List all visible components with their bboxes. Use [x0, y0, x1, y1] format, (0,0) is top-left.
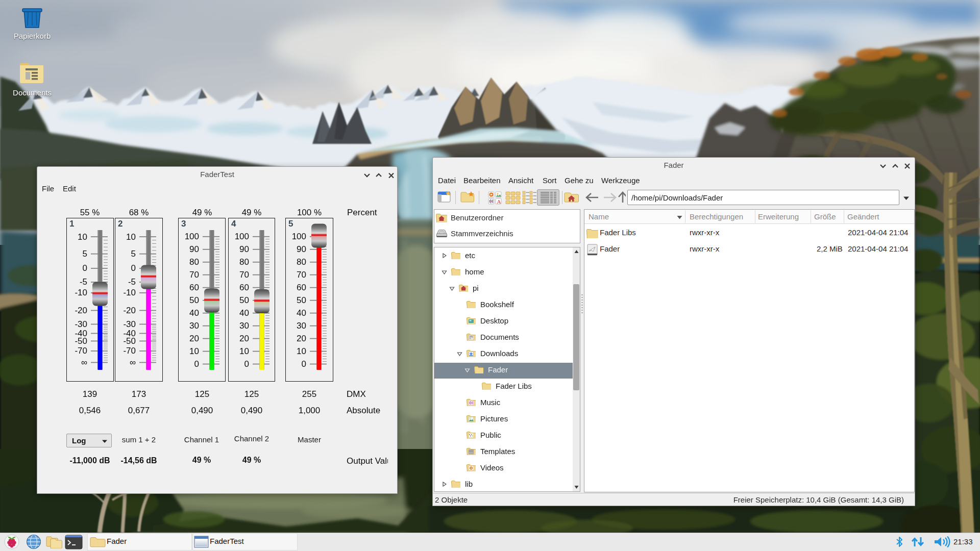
svg-text:A: A: [497, 198, 501, 205]
